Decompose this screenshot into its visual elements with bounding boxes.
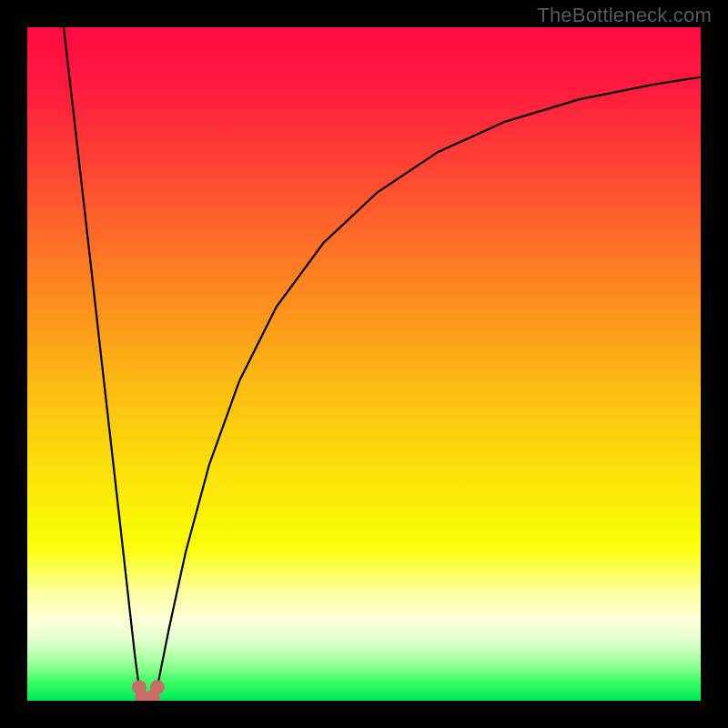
valley-marker-dot (150, 680, 165, 694)
curve-left-branch (64, 27, 141, 701)
valley-markers (132, 680, 165, 701)
outer-frame: TheBottleneck.com (0, 0, 728, 728)
plot-area (27, 27, 701, 701)
curve-right-branch (155, 77, 701, 701)
curve-layer (27, 27, 701, 701)
watermark-text: TheBottleneck.com (537, 4, 712, 27)
